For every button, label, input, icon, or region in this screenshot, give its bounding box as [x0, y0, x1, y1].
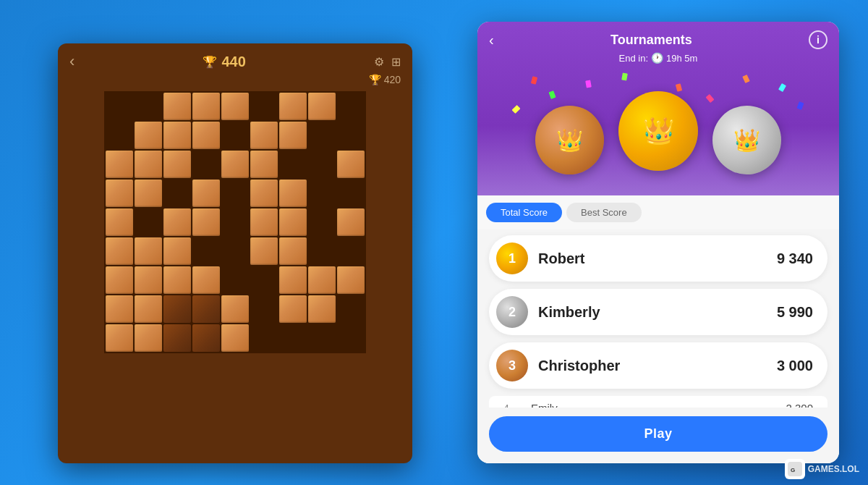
- watermark-logo: G: [785, 459, 805, 479]
- grid-cell: [163, 151, 191, 178]
- best-trophy-icon: 🏆: [369, 74, 381, 85]
- grid-cell: [250, 324, 278, 352]
- player-score: 9 340: [777, 250, 813, 267]
- grid-cell: [106, 151, 133, 178]
- silver-crown-icon: 👑: [733, 130, 760, 151]
- rank-number: 4: [503, 402, 524, 408]
- tournament-title: Tournaments: [610, 33, 692, 48]
- grid-cell: [192, 93, 220, 120]
- grid-cell: [308, 208, 336, 236]
- grid-cell: [308, 237, 336, 265]
- grid-cell: [106, 208, 133, 236]
- grid-cell: [163, 237, 191, 265]
- svg-text:G: G: [791, 467, 795, 473]
- tournament-back-button[interactable]: ‹: [489, 32, 494, 48]
- grid-cell: [337, 295, 365, 323]
- grid-cell: [279, 295, 307, 323]
- puzzle-area: [58, 91, 412, 353]
- player-name: Kimberly: [538, 304, 777, 321]
- watermark-text: GAMES.LOL: [808, 464, 859, 474]
- grid-cell: [250, 295, 278, 323]
- grid-cell: [163, 295, 191, 323]
- info-button[interactable]: i: [809, 30, 827, 49]
- game-panel: ‹ 🏆 440 ⚙ ⊞ 🏆 420: [58, 43, 412, 463]
- grid-cell: [106, 237, 133, 265]
- confetti-8: [706, 94, 715, 103]
- timer-value: 19h 5m: [666, 53, 697, 64]
- grid-cell: [163, 122, 191, 149]
- grid-cell: [163, 93, 191, 120]
- grid-cell: [135, 295, 162, 323]
- confetti-2: [549, 90, 556, 99]
- play-button[interactable]: Play: [489, 416, 827, 452]
- grid-cell: [279, 122, 307, 149]
- leaderboard-row: 4 Emily 2 300: [489, 396, 827, 408]
- grid-cell: [221, 208, 249, 236]
- grid-cell: [279, 93, 307, 120]
- tournament-header: ‹ Tournaments i End in: 🕐 19h 5m 👑: [477, 22, 839, 195]
- grid-cell: [337, 151, 365, 178]
- grid-cell: [106, 93, 133, 120]
- bronze-crown-icon: 👑: [556, 130, 583, 151]
- tab-best-score[interactable]: Best Score: [566, 203, 642, 222]
- grid-cell: [135, 266, 162, 294]
- grid-cell: [308, 324, 336, 352]
- grid-cell: [221, 266, 249, 294]
- grid-cell: [337, 122, 365, 149]
- leaderboard: 1 Robert 9 340 2 Kimberly 5 990 3 Christ…: [477, 229, 839, 408]
- grid-cell: [163, 324, 191, 352]
- grid-cell: [250, 151, 278, 178]
- game-header: ‹ 🏆 440 ⚙ ⊞: [58, 43, 412, 74]
- best-score-value: 420: [384, 74, 401, 85]
- grid-cell: [163, 208, 191, 236]
- grid-cell: [221, 295, 249, 323]
- confetti-6: [742, 75, 750, 83]
- grid-cell: [135, 93, 162, 120]
- confetti-5: [778, 83, 786, 92]
- gold-medal: 👑: [618, 91, 698, 171]
- player-score: 3 000: [777, 358, 813, 374]
- grid-cell: [106, 266, 133, 294]
- grid-cell: [106, 180, 133, 207]
- grid-cell: [221, 93, 249, 120]
- bronze-medal: 👑: [535, 106, 604, 174]
- grid-cell: [279, 237, 307, 265]
- player-name: Emily: [531, 402, 786, 408]
- rank-badge-gold: 1: [496, 242, 528, 274]
- share-icon[interactable]: ⊞: [391, 55, 401, 69]
- confetti-10: [676, 83, 682, 91]
- grid-cell: [250, 208, 278, 236]
- confetti-9: [621, 72, 628, 80]
- game-score: 440: [221, 54, 245, 70]
- grid-cell: [135, 180, 162, 207]
- grid-cell: [106, 295, 133, 323]
- game-back-button[interactable]: ‹: [69, 52, 75, 71]
- settings-icon[interactable]: ⚙: [374, 55, 384, 69]
- grid-cell: [250, 180, 278, 207]
- grid-cell: [250, 122, 278, 149]
- grid-cell: [135, 324, 162, 352]
- grid-cell: [308, 122, 336, 149]
- grid-cell: [163, 266, 191, 294]
- grid-cell: [250, 266, 278, 294]
- grid-cell: [221, 180, 249, 207]
- grid-cell: [308, 266, 336, 294]
- grid-cell: [163, 180, 191, 207]
- grid-cell: [250, 237, 278, 265]
- grid-cell: [192, 151, 220, 178]
- grid-cell: [135, 122, 162, 149]
- trophy-icon: 🏆: [203, 55, 217, 69]
- leaderboard-top-row: 3 Christopher 3 000: [489, 342, 827, 389]
- tab-total-score[interactable]: Total Score: [486, 203, 562, 222]
- grid-cell: [221, 324, 249, 352]
- player-score: 5 990: [777, 304, 813, 321]
- tournament-top-bar: ‹ Tournaments i: [477, 22, 839, 52]
- grid-cell: [337, 208, 365, 236]
- confetti-3: [511, 105, 520, 114]
- grid-cell: [192, 295, 220, 323]
- grid-cell: [337, 324, 365, 352]
- grid-cell: [192, 237, 220, 265]
- grid-cell: [308, 151, 336, 178]
- leaderboard-top-row: 1 Robert 9 340: [489, 235, 827, 282]
- clock-icon: 🕐: [651, 52, 663, 64]
